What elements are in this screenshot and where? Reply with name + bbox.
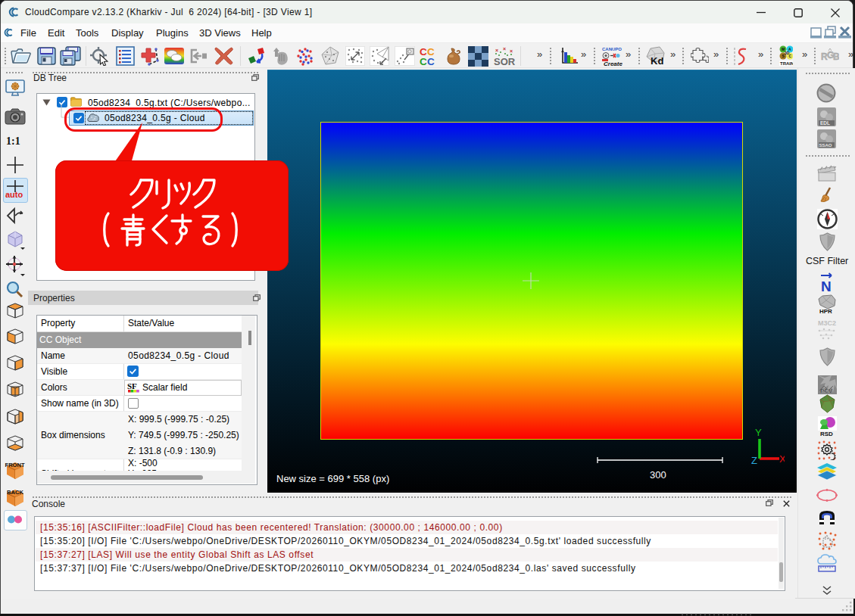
svg-text:Kd: Kd (651, 55, 663, 67)
svg-text:Y: Y (755, 427, 762, 438)
svg-text:×: × (503, 46, 506, 51)
svg-text:SF: SF (127, 381, 137, 390)
svg-text:RSD: RSD (820, 431, 833, 437)
svg-text:×: × (495, 48, 498, 53)
svg-text:×: × (510, 48, 513, 54)
svg-text:X: X (779, 453, 785, 465)
svg-text:CANUPO: CANUPO (602, 47, 622, 51)
svg-text:TRAIN: TRAIN (780, 61, 793, 66)
svg-text:Z: Z (751, 455, 757, 465)
svg-text:C: C (427, 56, 435, 67)
svg-text:BACK: BACK (7, 489, 23, 496)
svg-text:M3C2: M3C2 (818, 319, 836, 327)
svg-text:EDL: EDL (820, 120, 830, 126)
svg-text:HPR: HPR (819, 308, 832, 314)
svg-text:FRONT: FRONT (5, 462, 26, 468)
svg-text:SSAO: SSAO (819, 143, 832, 148)
svg-text:N: N (821, 278, 832, 292)
svg-text:Create: Create (604, 61, 623, 67)
svg-text:C: C (420, 56, 427, 67)
svg-text:B: B (833, 51, 839, 62)
svg-text:PCV: PCV (820, 387, 833, 394)
svg-text:3D: 3D (785, 51, 790, 55)
svg-text:SOR: SOR (494, 56, 516, 67)
